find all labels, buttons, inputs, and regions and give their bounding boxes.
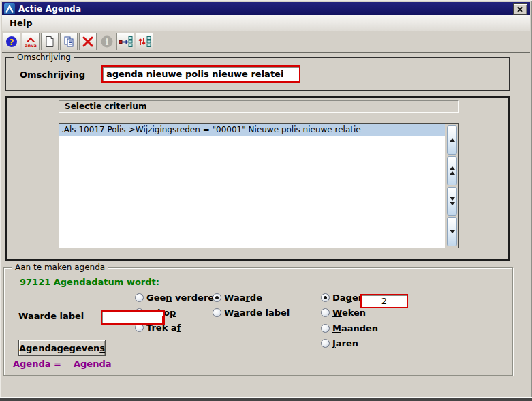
radio-label-waarde-label[interactable]: Waarde label [224, 308, 290, 318]
delete-button[interactable] [79, 33, 97, 50]
omschrijving-group-title: Omschrijving [14, 53, 74, 63]
omschrijving-value: agenda nieuwe polis nieuwe relatei [103, 69, 283, 79]
toolbar-separator-highlight [2, 53, 530, 53]
anva-button[interactable]: anva [22, 33, 40, 50]
scroll-up-button[interactable] [447, 125, 457, 155]
selectie-header: Selectie criterium [59, 100, 459, 113]
radio-dagen[interactable] [321, 293, 330, 302]
radio-label-jaren[interactable]: Jaren [332, 338, 358, 349]
scroll-up-icon [450, 138, 455, 142]
window-title: Actie Agenda [18, 4, 81, 14]
result-value: Agenda [74, 359, 112, 369]
list-scroll-strip [445, 124, 458, 248]
selectie-frame: Selectie criterium .Als 10017 Polis->Wij… [5, 96, 510, 261]
scroll-page-up-icon [450, 166, 455, 170]
radio-jaren[interactable] [321, 339, 330, 348]
toolbar: ? anva [2, 31, 530, 52]
agenda-heading: 97121 Agendadatum wordt: [20, 277, 159, 287]
waarde-label-input[interactable] [101, 310, 165, 325]
actie-agenda-window: Actie Agenda Help ? anva [0, 0, 532, 401]
help-button[interactable]: ? [3, 33, 20, 50]
copy-icon [63, 35, 75, 48]
reorder-list-icon [138, 35, 152, 48]
send-to-list-icon [119, 35, 133, 48]
radio-label-waarde[interactable]: Waarde [224, 293, 262, 303]
reorder-list-button[interactable] [136, 33, 153, 50]
info-icon: i [100, 35, 114, 48]
info-button: i [98, 33, 116, 50]
window-bottom-border [0, 398, 532, 401]
svg-text:anva: anva [25, 43, 37, 48]
waarde-label-label: Waarde label [18, 311, 84, 321]
selectie-listbox[interactable]: .Als 10017 Polis->Wijzigingsreden = "000… [59, 123, 459, 248]
delete-icon [82, 35, 94, 48]
text-cursor-mark [162, 316, 163, 323]
titlebar[interactable]: Actie Agenda [2, 2, 530, 15]
scroll-page-down-icon [450, 197, 455, 200]
agenda-group: Aan te maken agenda 97121 Agendadatum wo… [3, 267, 513, 376]
radio-label-dagen[interactable]: Dagen [332, 293, 364, 303]
close-button[interactable] [513, 3, 527, 15]
dagen-value: 2 [362, 296, 407, 306]
close-icon [517, 6, 523, 12]
menu-item-help[interactable]: Help [10, 18, 32, 28]
anva-icon: anva [24, 35, 37, 48]
radio-weken[interactable] [321, 308, 330, 317]
send-to-list-button[interactable] [116, 33, 134, 50]
scroll-down-button[interactable] [447, 217, 457, 246]
scroll-page-down-button[interactable] [447, 187, 457, 216]
radio-waarde[interactable] [213, 293, 221, 302]
radio-maanden[interactable] [321, 324, 330, 333]
scroll-page-up-button[interactable] [447, 156, 457, 185]
omschrijving-group: Omschrijving Omschrijving agenda nieuwe … [5, 57, 510, 91]
result-label: Agenda = [13, 359, 61, 369]
copy-button[interactable] [60, 33, 78, 50]
radio-label-maanden[interactable]: Maanden [332, 323, 378, 334]
agendagegevens-button[interactable]: Agendagegevens [18, 340, 106, 356]
help-icon: ? [5, 35, 18, 48]
omschrijving-label: Omschrijving [20, 70, 85, 80]
radio-label-geen-verdere-actie[interactable]: Geen verdere ac [146, 293, 213, 303]
radio-geen-verdere-actie[interactable] [135, 293, 144, 302]
omschrijving-input[interactable]: agenda nieuwe polis nieuwe relatei [101, 65, 300, 83]
anva-logo-icon [4, 3, 15, 14]
new-button[interactable] [41, 33, 59, 50]
new-document-icon [44, 35, 56, 48]
dagen-value-input[interactable]: 2 [360, 294, 408, 308]
selectie-list-item[interactable]: .Als 10017 Polis->Wijzigingsreden = "000… [59, 124, 447, 136]
agenda-group-title: Aan te maken agenda [12, 263, 108, 273]
scroll-down-icon [450, 230, 455, 233]
radio-label-weken[interactable]: Weken [332, 308, 366, 318]
svg-text:i: i [106, 38, 109, 47]
menubar: Help [2, 15, 530, 31]
radio-waarde-label[interactable] [213, 308, 221, 317]
svg-text:?: ? [10, 38, 14, 47]
